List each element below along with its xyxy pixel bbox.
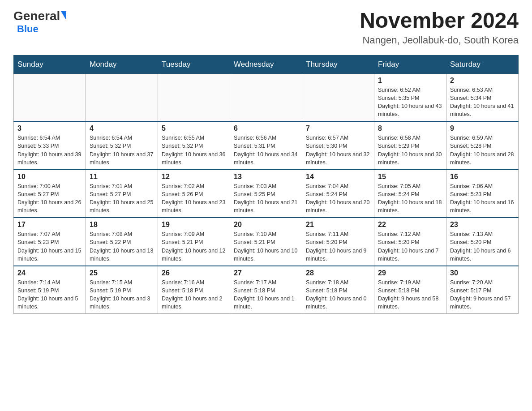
day-info: Sunrise: 6:56 AMSunset: 5:31 PMDaylight:… <box>234 134 298 167</box>
day-number: 12 <box>162 173 226 181</box>
weekday-header-tuesday: Tuesday <box>158 55 230 73</box>
calendar-cell: 1Sunrise: 6:52 AMSunset: 5:35 PMDaylight… <box>374 73 446 121</box>
day-number: 15 <box>378 173 442 181</box>
day-info: Sunrise: 6:54 AMSunset: 5:33 PMDaylight:… <box>17 134 82 167</box>
calendar-cell: 12Sunrise: 7:02 AMSunset: 5:26 PMDayligh… <box>158 170 230 218</box>
day-info: Sunrise: 7:00 AMSunset: 5:27 PMDaylight:… <box>17 182 82 215</box>
day-number: 26 <box>162 269 226 277</box>
day-info: Sunrise: 6:58 AMSunset: 5:29 PMDaylight:… <box>378 134 442 167</box>
day-number: 17 <box>17 221 82 229</box>
title-area: November 2024 Nangen, Jeollabuk-do, Sout… <box>360 9 519 46</box>
calendar-cell: 9Sunrise: 6:59 AMSunset: 5:28 PMDaylight… <box>446 121 519 170</box>
logo: General Blue <box>13 9 66 35</box>
day-info: Sunrise: 7:16 AMSunset: 5:18 PMDaylight:… <box>162 278 226 311</box>
calendar-cell: 14Sunrise: 7:04 AMSunset: 5:24 PMDayligh… <box>302 170 374 218</box>
calendar-cell: 11Sunrise: 7:01 AMSunset: 5:27 PMDayligh… <box>86 170 158 218</box>
day-number: 14 <box>306 173 370 181</box>
day-info: Sunrise: 7:02 AMSunset: 5:26 PMDaylight:… <box>162 182 226 215</box>
day-number: 21 <box>306 221 370 229</box>
calendar-week-row: 24Sunrise: 7:14 AMSunset: 5:19 PMDayligh… <box>14 266 519 314</box>
weekday-header-thursday: Thursday <box>302 55 374 73</box>
location: Nangen, Jeollabuk-do, South Korea <box>360 34 519 46</box>
weekday-header-friday: Friday <box>374 55 446 73</box>
calendar-cell <box>230 73 302 121</box>
logo-triangle-icon <box>61 11 66 20</box>
day-info: Sunrise: 6:57 AMSunset: 5:30 PMDaylight:… <box>306 134 370 167</box>
calendar-cell: 21Sunrise: 7:11 AMSunset: 5:20 PMDayligh… <box>302 218 374 266</box>
day-info: Sunrise: 6:55 AMSunset: 5:32 PMDaylight:… <box>162 134 226 167</box>
calendar-cell: 4Sunrise: 6:54 AMSunset: 5:32 PMDaylight… <box>86 121 158 170</box>
logo-blue: Blue <box>17 23 39 34</box>
calendar-cell <box>302 73 374 121</box>
weekday-header-saturday: Saturday <box>446 55 519 73</box>
calendar-cell: 23Sunrise: 7:13 AMSunset: 5:20 PMDayligh… <box>446 218 519 266</box>
calendar-cell: 29Sunrise: 7:19 AMSunset: 5:18 PMDayligh… <box>374 266 446 314</box>
calendar-cell: 18Sunrise: 7:08 AMSunset: 5:22 PMDayligh… <box>86 218 158 266</box>
day-info: Sunrise: 7:17 AMSunset: 5:18 PMDaylight:… <box>234 278 298 311</box>
day-info: Sunrise: 7:09 AMSunset: 5:21 PMDaylight:… <box>162 230 226 263</box>
day-info: Sunrise: 6:54 AMSunset: 5:32 PMDaylight:… <box>90 134 154 167</box>
calendar-cell <box>86 73 158 121</box>
day-number: 20 <box>234 221 298 229</box>
day-info: Sunrise: 7:07 AMSunset: 5:23 PMDaylight:… <box>17 230 82 263</box>
day-number: 16 <box>450 173 515 181</box>
day-number: 9 <box>450 124 515 133</box>
calendar-week-row: 3Sunrise: 6:54 AMSunset: 5:33 PMDaylight… <box>14 121 519 170</box>
weekday-header-row: SundayMondayTuesdayWednesdayThursdayFrid… <box>14 55 519 73</box>
day-info: Sunrise: 7:14 AMSunset: 5:19 PMDaylight:… <box>17 278 82 311</box>
day-info: Sunrise: 6:52 AMSunset: 5:35 PMDaylight:… <box>378 86 442 119</box>
calendar-cell: 3Sunrise: 6:54 AMSunset: 5:33 PMDaylight… <box>14 121 86 170</box>
calendar-cell: 27Sunrise: 7:17 AMSunset: 5:18 PMDayligh… <box>230 266 302 314</box>
weekday-header-monday: Monday <box>86 55 158 73</box>
day-number: 22 <box>378 221 442 229</box>
day-number: 3 <box>17 124 82 133</box>
calendar-week-row: 17Sunrise: 7:07 AMSunset: 5:23 PMDayligh… <box>14 218 519 266</box>
day-info: Sunrise: 7:06 AMSunset: 5:23 PMDaylight:… <box>450 182 515 215</box>
page-header: General Blue November 2024 Nangen, Jeoll… <box>13 9 519 46</box>
day-number: 8 <box>378 124 442 133</box>
calendar-week-row: 1Sunrise: 6:52 AMSunset: 5:35 PMDaylight… <box>14 73 519 121</box>
day-number: 2 <box>450 77 515 85</box>
day-info: Sunrise: 7:03 AMSunset: 5:25 PMDaylight:… <box>234 182 298 215</box>
calendar-cell: 6Sunrise: 6:56 AMSunset: 5:31 PMDaylight… <box>230 121 302 170</box>
day-info: Sunrise: 7:08 AMSunset: 5:22 PMDaylight:… <box>90 230 154 263</box>
day-number: 18 <box>90 221 154 229</box>
day-number: 30 <box>450 269 515 277</box>
day-number: 6 <box>234 124 298 133</box>
calendar-cell: 30Sunrise: 7:20 AMSunset: 5:17 PMDayligh… <box>446 266 519 314</box>
day-info: Sunrise: 6:59 AMSunset: 5:28 PMDaylight:… <box>450 134 515 167</box>
day-info: Sunrise: 7:04 AMSunset: 5:24 PMDaylight:… <box>306 182 370 215</box>
day-number: 7 <box>306 124 370 133</box>
day-info: Sunrise: 7:05 AMSunset: 5:24 PMDaylight:… <box>378 182 442 215</box>
day-info: Sunrise: 7:11 AMSunset: 5:20 PMDaylight:… <box>306 230 370 263</box>
day-number: 25 <box>90 269 154 277</box>
day-number: 11 <box>90 173 154 181</box>
logo-general: General <box>13 9 60 23</box>
day-number: 29 <box>378 269 442 277</box>
day-info: Sunrise: 7:18 AMSunset: 5:18 PMDaylight:… <box>306 278 370 311</box>
calendar-cell <box>158 73 230 121</box>
day-number: 13 <box>234 173 298 181</box>
calendar-cell: 28Sunrise: 7:18 AMSunset: 5:18 PMDayligh… <box>302 266 374 314</box>
calendar-cell: 17Sunrise: 7:07 AMSunset: 5:23 PMDayligh… <box>14 218 86 266</box>
day-info: Sunrise: 7:01 AMSunset: 5:27 PMDaylight:… <box>90 182 154 215</box>
day-number: 5 <box>162 124 226 133</box>
calendar-cell: 26Sunrise: 7:16 AMSunset: 5:18 PMDayligh… <box>158 266 230 314</box>
calendar-cell: 7Sunrise: 6:57 AMSunset: 5:30 PMDaylight… <box>302 121 374 170</box>
calendar-cell: 25Sunrise: 7:15 AMSunset: 5:19 PMDayligh… <box>86 266 158 314</box>
day-info: Sunrise: 7:19 AMSunset: 5:18 PMDaylight:… <box>378 278 442 311</box>
weekday-header-sunday: Sunday <box>14 55 86 73</box>
calendar-week-row: 10Sunrise: 7:00 AMSunset: 5:27 PMDayligh… <box>14 170 519 218</box>
day-number: 28 <box>306 269 370 277</box>
day-number: 19 <box>162 221 226 229</box>
calendar-cell: 22Sunrise: 7:12 AMSunset: 5:20 PMDayligh… <box>374 218 446 266</box>
calendar-cell: 13Sunrise: 7:03 AMSunset: 5:25 PMDayligh… <box>230 170 302 218</box>
calendar-cell: 5Sunrise: 6:55 AMSunset: 5:32 PMDaylight… <box>158 121 230 170</box>
calendar-cell: 20Sunrise: 7:10 AMSunset: 5:21 PMDayligh… <box>230 218 302 266</box>
day-info: Sunrise: 7:12 AMSunset: 5:20 PMDaylight:… <box>378 230 442 263</box>
day-number: 4 <box>90 124 154 133</box>
calendar-cell: 16Sunrise: 7:06 AMSunset: 5:23 PMDayligh… <box>446 170 519 218</box>
calendar-cell <box>14 73 86 121</box>
day-info: Sunrise: 7:15 AMSunset: 5:19 PMDaylight:… <box>90 278 154 311</box>
weekday-header-wednesday: Wednesday <box>230 55 302 73</box>
